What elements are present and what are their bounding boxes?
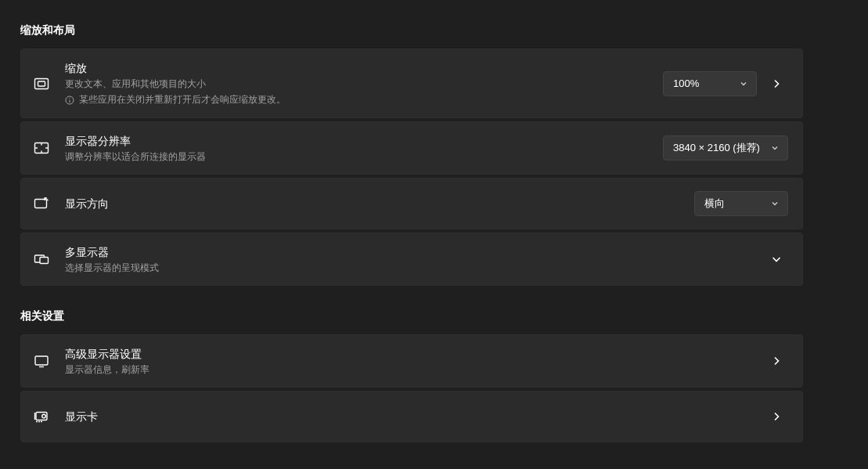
multidisplay-title: 多显示器 [65, 244, 765, 260]
resolution-title: 显示器分辨率 [65, 133, 663, 149]
multidisplay-expand[interactable] [765, 254, 788, 265]
scale-title: 缩放 [65, 60, 663, 76]
scale-dropdown-value: 100% [673, 78, 699, 89]
orientation-title: 显示方向 [65, 196, 694, 211]
scale-dropdown[interactable]: 100% [663, 71, 757, 96]
advanced-title: 高级显示器设置 [65, 346, 757, 362]
advanced-row[interactable]: 高级显示器设置 显示器信息，刷新率 [20, 334, 803, 388]
orientation-icon [34, 196, 57, 211]
chevron-down-icon [770, 199, 780, 208]
svg-point-16 [42, 414, 46, 418]
multidisplay-desc: 选择显示器的呈现模式 [65, 262, 765, 274]
advanced-icon [34, 353, 57, 369]
resolution-icon [34, 140, 57, 156]
resolution-dropdown-value: 3840 × 2160 (推荐) [673, 141, 760, 155]
scale-warn: 某些应用在关闭并重新打开后才会响应缩放更改。 [65, 93, 663, 106]
svg-point-4 [69, 97, 70, 98]
orientation-row[interactable]: 显示方向 横向 [20, 178, 803, 229]
chevron-down-icon [770, 143, 780, 153]
resolution-row[interactable]: 显示器分辨率 调整分辨率以适合所连接的显示器 3840 × 2160 (推荐) [20, 121, 803, 175]
graphics-title: 显示卡 [65, 409, 757, 424]
scale-row[interactable]: 缩放 更改文本、应用和其他项目的大小 某些应用在关闭并重新打开后才会响应缩放更改… [20, 49, 803, 118]
orientation-dropdown[interactable]: 横向 [694, 191, 788, 216]
multidisplay-row[interactable]: 多显示器 选择显示器的呈现模式 [20, 233, 803, 286]
svg-rect-1 [38, 81, 45, 86]
scale-detail-arrow[interactable] [765, 78, 788, 89]
svg-rect-12 [40, 258, 49, 264]
scale-desc: 更改文本、应用和其他项目的大小 [65, 78, 663, 90]
graphics-row[interactable]: 显示卡 [20, 391, 803, 442]
resolution-desc: 调整分辨率以适合所连接的显示器 [65, 150, 663, 163]
svg-rect-10 [35, 200, 47, 208]
graphics-icon [34, 409, 57, 424]
advanced-desc: 显示器信息，刷新率 [65, 363, 757, 376]
info-icon [65, 96, 74, 105]
svg-rect-0 [35, 78, 49, 88]
svg-rect-13 [35, 356, 48, 365]
chevron-down-icon [739, 79, 748, 88]
multidisplay-icon [34, 251, 57, 267]
section-scale-layout: 缩放和布局 [20, 23, 868, 38]
section-related: 相关设置 [20, 309, 868, 323]
resolution-dropdown[interactable]: 3840 × 2160 (推荐) [663, 135, 788, 161]
orientation-dropdown-value: 横向 [704, 197, 725, 211]
graphics-detail-arrow[interactable] [765, 411, 788, 422]
scale-icon [34, 76, 57, 92]
advanced-detail-arrow[interactable] [765, 355, 788, 366]
